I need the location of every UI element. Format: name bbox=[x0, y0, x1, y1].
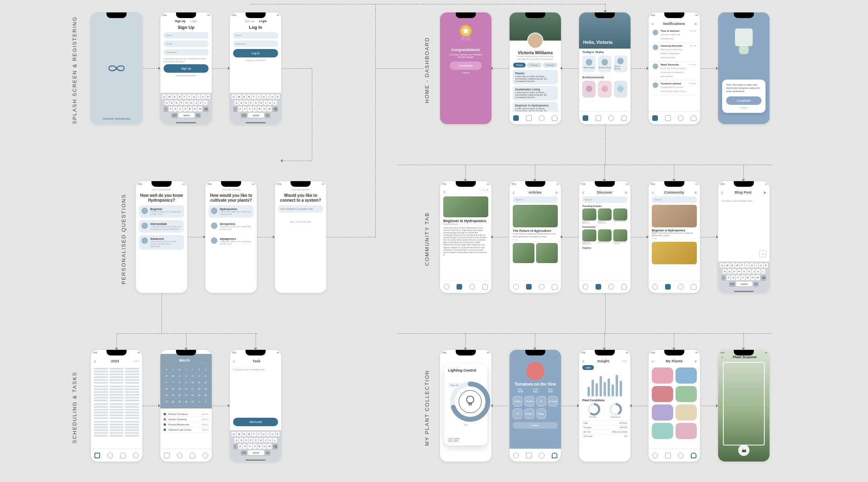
nav-icon[interactable] bbox=[678, 284, 684, 290]
nav-icon[interactable] bbox=[691, 453, 696, 458]
bottom-nav[interactable] bbox=[440, 280, 491, 293]
category-tile[interactable]: Nutrients bbox=[524, 408, 534, 419]
search-input[interactable]: Search bbox=[582, 196, 627, 203]
option-beginner[interactable]: BeginnerI know the basics, but I would l… bbox=[139, 205, 184, 218]
post-image[interactable] bbox=[652, 242, 697, 264]
category-tile[interactable]: Energy bbox=[536, 408, 546, 419]
tab-friends[interactable]: Friends bbox=[543, 63, 557, 67]
more-icon[interactable] bbox=[134, 358, 139, 364]
discover-card[interactable]: Easy to grow fruit and veg bbox=[613, 229, 627, 245]
post-card[interactable]: PlanterLorem ipsum dolor sit amet, conse… bbox=[513, 70, 558, 84]
nav-icon[interactable] bbox=[539, 453, 545, 458]
notification-row[interactable]: Water ReminderUh oh! Your system is curr… bbox=[652, 61, 697, 80]
nav-icon[interactable] bbox=[652, 284, 658, 290]
keyboard[interactable]: QWERTYUIOPASDFGHJKL⇧ZXCVBNM⌫123spaceGo bbox=[718, 261, 770, 293]
compose-area[interactable]: Compose your message here... bbox=[233, 368, 278, 371]
nav-icon[interactable] bbox=[678, 453, 684, 458]
compose-area[interactable]: Compose your thoughts here... bbox=[721, 200, 766, 202]
password-field[interactable]: Password bbox=[233, 41, 278, 47]
nav-icon[interactable] bbox=[526, 284, 532, 290]
add-attachment-icon[interactable]: ＋ bbox=[759, 250, 766, 257]
filter-icon[interactable] bbox=[694, 190, 697, 195]
nav-icon[interactable] bbox=[444, 284, 449, 290]
option-aeroponics[interactable]: AeroponicsI know the system, but I would… bbox=[209, 220, 254, 233]
bottom-nav[interactable] bbox=[510, 280, 561, 293]
more-icon[interactable] bbox=[553, 354, 558, 360]
nav-icon[interactable] bbox=[596, 284, 601, 290]
achievement[interactable] bbox=[582, 81, 596, 98]
avatar[interactable] bbox=[527, 33, 543, 49]
keyboard[interactable]: QWERTYUIOPASDFGHJKL⇧ZXCVBNM⌫123spaceGo bbox=[230, 93, 281, 124]
nav-icon[interactable] bbox=[652, 453, 658, 458]
skip-link[interactable]: Skip, I will connect later bbox=[278, 221, 323, 223]
login-button[interactable]: Log In bbox=[233, 49, 278, 57]
option-hydroponics[interactable]: HydroponicsI know the system, but I woul… bbox=[209, 205, 254, 218]
nav-icon[interactable] bbox=[552, 115, 557, 121]
tab-login[interactable]: Login bbox=[259, 20, 267, 22]
tab-posts[interactable]: Posts bbox=[513, 63, 526, 67]
plant-item[interactable] bbox=[652, 423, 673, 439]
category-tile[interactable]: QR bbox=[513, 408, 522, 419]
nav-icon[interactable] bbox=[164, 453, 170, 458]
featured-image[interactable] bbox=[513, 205, 558, 227]
nav-icon[interactable] bbox=[608, 115, 614, 121]
bottom-nav[interactable] bbox=[510, 111, 561, 124]
nav-icon[interactable] bbox=[513, 284, 519, 290]
email-field[interactable]: Email bbox=[233, 32, 278, 39]
option-aquaponics[interactable]: AquaponicsI know the system, but I would… bbox=[209, 235, 254, 247]
plant-item[interactable] bbox=[676, 404, 697, 421]
email-field[interactable]: Email bbox=[164, 41, 209, 47]
bottom-nav[interactable] bbox=[649, 280, 700, 293]
nav-icon[interactable] bbox=[678, 115, 684, 121]
event-row[interactable]: Adjusted Light Levels10min bbox=[164, 427, 209, 433]
nav-icon[interactable] bbox=[665, 284, 671, 290]
completed-button[interactable]: Completed bbox=[726, 96, 762, 105]
more-icon[interactable] bbox=[622, 358, 627, 364]
forgot-link[interactable]: Forgot your password? bbox=[233, 59, 278, 61]
tab-login[interactable]: Login bbox=[190, 20, 197, 22]
notification-row[interactable]: Cleaning ReminderMake sure your plant st… bbox=[652, 43, 697, 61]
back-icon[interactable] bbox=[513, 354, 515, 360]
event-row[interactable]: System Cleaning30min bbox=[164, 417, 209, 422]
nav-icon[interactable] bbox=[107, 453, 113, 458]
search-input[interactable]: Search bbox=[652, 196, 697, 203]
nav-icon[interactable] bbox=[621, 284, 627, 290]
bottom-nav[interactable] bbox=[649, 449, 700, 462]
nav-icon[interactable] bbox=[691, 115, 696, 121]
connect-option[interactable]: Let's connect to a system now bbox=[278, 205, 323, 212]
filter-icon[interactable] bbox=[625, 190, 627, 195]
nav-home-icon[interactable] bbox=[513, 115, 519, 121]
forgot-link[interactable]: Forgot your password? bbox=[164, 74, 209, 77]
search-input[interactable]: Search bbox=[513, 196, 558, 203]
keyboard[interactable]: QWERTYUIOPASDFGHJKL⇧ZXCVBNM⌫123spaceGo bbox=[230, 430, 281, 462]
plant-item[interactable] bbox=[676, 386, 697, 402]
task-tile[interactable]: Water levels bbox=[582, 55, 596, 72]
back-icon[interactable] bbox=[443, 188, 445, 195]
filter-icon[interactable] bbox=[555, 190, 558, 195]
nav-icon[interactable] bbox=[469, 284, 475, 290]
category-tile[interactable]: pH Levels bbox=[548, 396, 558, 406]
discover-card[interactable]: Beginner in Hydroponics bbox=[582, 229, 596, 245]
option-intermediate[interactable]: IntermediateI know the system and I have… bbox=[139, 220, 184, 233]
name-field[interactable]: Name bbox=[164, 32, 209, 39]
article-thumb[interactable] bbox=[536, 243, 558, 263]
nav-icon[interactable] bbox=[482, 284, 488, 290]
nav-icon[interactable] bbox=[203, 453, 208, 458]
event-row[interactable]: Planted Blueberries60min bbox=[164, 422, 209, 427]
nav-icon[interactable] bbox=[526, 115, 532, 121]
plant-item[interactable] bbox=[676, 423, 697, 439]
filter-icon[interactable] bbox=[694, 22, 697, 26]
nav-icon[interactable] bbox=[526, 453, 532, 458]
filter-icon[interactable] bbox=[694, 359, 697, 364]
article-thumb[interactable] bbox=[513, 243, 534, 263]
task-tile[interactable]: Time to harvest bbox=[614, 55, 627, 72]
nav-icon[interactable] bbox=[552, 284, 557, 290]
completed-button[interactable]: Completed bbox=[450, 61, 482, 70]
nav-icon[interactable] bbox=[457, 284, 462, 290]
discover-card[interactable]: Benefits of Hydroponics bbox=[598, 208, 612, 224]
add-button[interactable]: Add to list bbox=[233, 418, 278, 426]
bottom-nav[interactable] bbox=[579, 111, 631, 124]
nav-icon[interactable] bbox=[583, 284, 588, 290]
bottom-nav[interactable] bbox=[510, 449, 561, 462]
discover-card[interactable]: Floral Collection bbox=[598, 229, 612, 245]
